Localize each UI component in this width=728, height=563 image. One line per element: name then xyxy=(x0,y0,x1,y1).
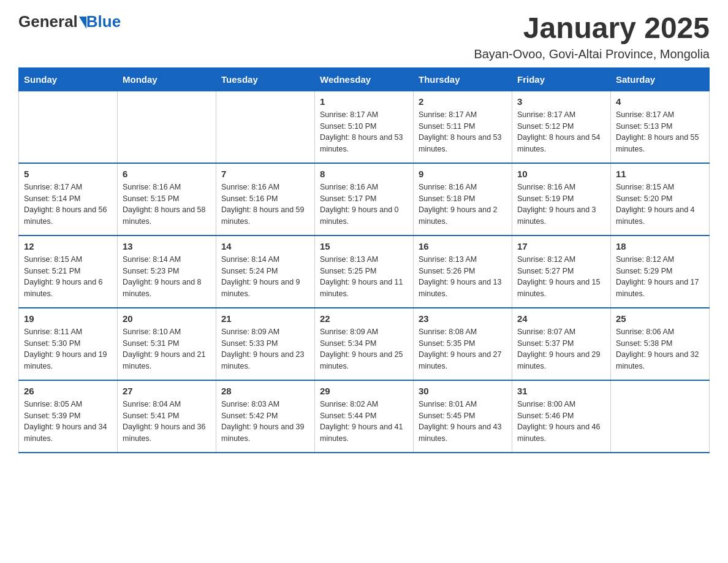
calendar-cell xyxy=(216,91,315,163)
day-info: Sunrise: 8:16 AM Sunset: 5:15 PM Dayligh… xyxy=(123,182,211,228)
page-subtitle: Bayan-Ovoo, Govi-Altai Province, Mongoli… xyxy=(474,47,710,61)
header-cell-wednesday: Wednesday xyxy=(315,67,414,91)
day-info: Sunrise: 8:14 AM Sunset: 5:24 PM Dayligh… xyxy=(221,254,309,300)
day-number: 5 xyxy=(24,169,112,179)
calendar-cell: 16Sunrise: 8:13 AM Sunset: 5:26 PM Dayli… xyxy=(414,236,512,308)
calendar-cell: 24Sunrise: 8:07 AM Sunset: 5:37 PM Dayli… xyxy=(512,308,611,380)
calendar-cell: 30Sunrise: 8:01 AM Sunset: 5:45 PM Dayli… xyxy=(414,380,512,453)
calendar-cell: 21Sunrise: 8:09 AM Sunset: 5:33 PM Dayli… xyxy=(216,308,315,380)
day-info: Sunrise: 8:12 AM Sunset: 5:27 PM Dayligh… xyxy=(517,254,605,300)
day-number: 24 xyxy=(517,313,605,324)
day-info: Sunrise: 8:15 AM Sunset: 5:21 PM Dayligh… xyxy=(24,254,112,300)
calendar-row-5: 26Sunrise: 8:05 AM Sunset: 5:39 PM Dayli… xyxy=(19,380,710,453)
day-number: 3 xyxy=(517,96,605,107)
day-info: Sunrise: 8:17 AM Sunset: 5:14 PM Dayligh… xyxy=(24,182,112,228)
calendar-cell: 6Sunrise: 8:16 AM Sunset: 5:15 PM Daylig… xyxy=(118,163,216,236)
day-info: Sunrise: 8:02 AM Sunset: 5:44 PM Dayligh… xyxy=(320,399,408,445)
day-info: Sunrise: 8:00 AM Sunset: 5:46 PM Dayligh… xyxy=(517,399,605,445)
logo: General Blue xyxy=(18,12,121,31)
calendar-cell: 13Sunrise: 8:14 AM Sunset: 5:23 PM Dayli… xyxy=(118,236,216,308)
calendar-cell: 18Sunrise: 8:12 AM Sunset: 5:29 PM Dayli… xyxy=(611,236,710,308)
calendar-cell: 25Sunrise: 8:06 AM Sunset: 5:38 PM Dayli… xyxy=(611,308,710,380)
calendar-cell: 26Sunrise: 8:05 AM Sunset: 5:39 PM Dayli… xyxy=(19,380,118,453)
calendar-cell: 15Sunrise: 8:13 AM Sunset: 5:25 PM Dayli… xyxy=(315,236,414,308)
day-info: Sunrise: 8:16 AM Sunset: 5:17 PM Dayligh… xyxy=(320,182,408,228)
calendar-table: SundayMondayTuesdayWednesdayThursdayFrid… xyxy=(18,67,710,453)
header-cell-sunday: Sunday xyxy=(19,67,118,91)
calendar-cell: 11Sunrise: 8:15 AM Sunset: 5:20 PM Dayli… xyxy=(611,163,710,236)
logo-general-text: General xyxy=(18,12,78,31)
title-block: January 2025 Bayan-Ovoo, Govi-Altai Prov… xyxy=(474,12,710,61)
day-info: Sunrise: 8:12 AM Sunset: 5:29 PM Dayligh… xyxy=(616,254,704,300)
logo-blue-text: Blue xyxy=(86,12,121,31)
day-number: 26 xyxy=(24,386,112,396)
calendar-cell xyxy=(19,91,118,163)
calendar-cell: 29Sunrise: 8:02 AM Sunset: 5:44 PM Dayli… xyxy=(315,380,414,453)
day-number: 7 xyxy=(221,169,309,179)
day-info: Sunrise: 8:13 AM Sunset: 5:25 PM Dayligh… xyxy=(320,254,408,300)
calendar-cell: 2Sunrise: 8:17 AM Sunset: 5:11 PM Daylig… xyxy=(414,91,512,163)
day-info: Sunrise: 8:16 AM Sunset: 5:16 PM Dayligh… xyxy=(221,182,309,228)
day-info: Sunrise: 8:09 AM Sunset: 5:33 PM Dayligh… xyxy=(221,326,309,372)
day-info: Sunrise: 8:16 AM Sunset: 5:18 PM Dayligh… xyxy=(419,182,507,228)
calendar-row-3: 12Sunrise: 8:15 AM Sunset: 5:21 PM Dayli… xyxy=(19,236,710,308)
day-number: 21 xyxy=(221,313,309,324)
header-cell-thursday: Thursday xyxy=(414,67,512,91)
calendar-row-1: 1Sunrise: 8:17 AM Sunset: 5:10 PM Daylig… xyxy=(19,91,710,163)
day-number: 30 xyxy=(419,386,507,396)
calendar-row-2: 5Sunrise: 8:17 AM Sunset: 5:14 PM Daylig… xyxy=(19,163,710,236)
day-info: Sunrise: 8:03 AM Sunset: 5:42 PM Dayligh… xyxy=(221,399,309,445)
day-number: 13 xyxy=(123,241,211,251)
calendar-cell: 20Sunrise: 8:10 AM Sunset: 5:31 PM Dayli… xyxy=(118,308,216,380)
calendar-body: 1Sunrise: 8:17 AM Sunset: 5:10 PM Daylig… xyxy=(19,91,710,453)
calendar-cell: 23Sunrise: 8:08 AM Sunset: 5:35 PM Dayli… xyxy=(414,308,512,380)
day-number: 12 xyxy=(24,241,112,251)
day-info: Sunrise: 8:05 AM Sunset: 5:39 PM Dayligh… xyxy=(24,399,112,445)
calendar-cell: 7Sunrise: 8:16 AM Sunset: 5:16 PM Daylig… xyxy=(216,163,315,236)
calendar-cell: 19Sunrise: 8:11 AM Sunset: 5:30 PM Dayli… xyxy=(19,308,118,380)
header-cell-monday: Monday xyxy=(118,67,216,91)
day-info: Sunrise: 8:10 AM Sunset: 5:31 PM Dayligh… xyxy=(123,326,211,372)
day-number: 23 xyxy=(419,313,507,324)
day-info: Sunrise: 8:16 AM Sunset: 5:19 PM Dayligh… xyxy=(517,182,605,228)
day-info: Sunrise: 8:14 AM Sunset: 5:23 PM Dayligh… xyxy=(123,254,211,300)
day-number: 18 xyxy=(616,241,704,251)
day-number: 10 xyxy=(517,169,605,179)
day-number: 2 xyxy=(419,96,507,107)
day-number: 8 xyxy=(320,169,408,179)
day-number: 20 xyxy=(123,313,211,324)
day-number: 6 xyxy=(123,169,211,179)
calendar-cell: 8Sunrise: 8:16 AM Sunset: 5:17 PM Daylig… xyxy=(315,163,414,236)
day-info: Sunrise: 8:01 AM Sunset: 5:45 PM Dayligh… xyxy=(419,399,507,445)
day-number: 22 xyxy=(320,313,408,324)
day-info: Sunrise: 8:07 AM Sunset: 5:37 PM Dayligh… xyxy=(517,326,605,372)
header-cell-tuesday: Tuesday xyxy=(216,67,315,91)
day-number: 31 xyxy=(517,386,605,396)
day-info: Sunrise: 8:17 AM Sunset: 5:12 PM Dayligh… xyxy=(517,109,605,155)
day-number: 25 xyxy=(616,313,704,324)
day-number: 28 xyxy=(221,386,309,396)
calendar-cell: 12Sunrise: 8:15 AM Sunset: 5:21 PM Dayli… xyxy=(19,236,118,308)
day-number: 4 xyxy=(616,96,704,107)
calendar-cell: 22Sunrise: 8:09 AM Sunset: 5:34 PM Dayli… xyxy=(315,308,414,380)
calendar-cell: 4Sunrise: 8:17 AM Sunset: 5:13 PM Daylig… xyxy=(611,91,710,163)
day-number: 17 xyxy=(517,241,605,251)
day-info: Sunrise: 8:08 AM Sunset: 5:35 PM Dayligh… xyxy=(419,326,507,372)
day-number: 27 xyxy=(123,386,211,396)
logo-triangle-icon xyxy=(79,17,86,29)
calendar-cell xyxy=(611,380,710,453)
calendar-cell: 9Sunrise: 8:16 AM Sunset: 5:18 PM Daylig… xyxy=(414,163,512,236)
page-title: January 2025 xyxy=(474,12,710,45)
day-number: 15 xyxy=(320,241,408,251)
calendar-cell: 1Sunrise: 8:17 AM Sunset: 5:10 PM Daylig… xyxy=(315,91,414,163)
day-info: Sunrise: 8:09 AM Sunset: 5:34 PM Dayligh… xyxy=(320,326,408,372)
day-number: 1 xyxy=(320,96,408,107)
calendar-cell: 17Sunrise: 8:12 AM Sunset: 5:27 PM Dayli… xyxy=(512,236,611,308)
calendar-cell: 27Sunrise: 8:04 AM Sunset: 5:41 PM Dayli… xyxy=(118,380,216,453)
day-number: 9 xyxy=(419,169,507,179)
calendar-header: SundayMondayTuesdayWednesdayThursdayFrid… xyxy=(19,67,710,91)
calendar-cell: 28Sunrise: 8:03 AM Sunset: 5:42 PM Dayli… xyxy=(216,380,315,453)
day-number: 16 xyxy=(419,241,507,251)
day-info: Sunrise: 8:04 AM Sunset: 5:41 PM Dayligh… xyxy=(123,399,211,445)
day-info: Sunrise: 8:17 AM Sunset: 5:10 PM Dayligh… xyxy=(320,109,408,155)
